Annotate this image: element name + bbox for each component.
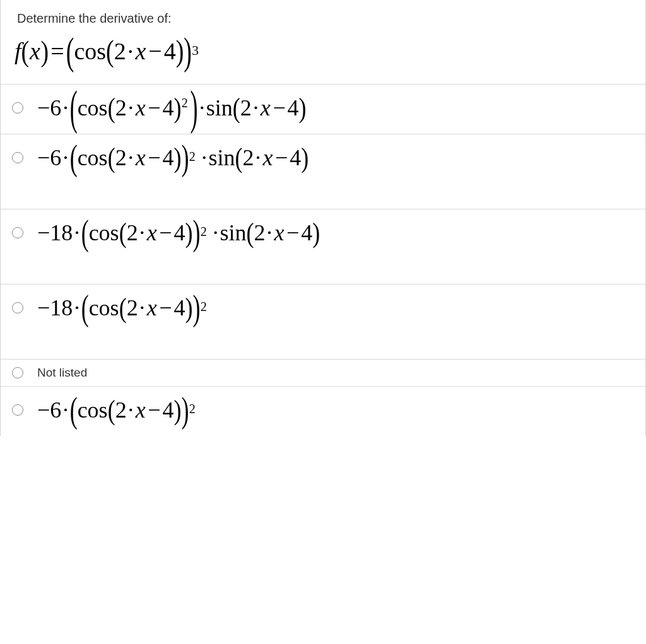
option-3-content: −18 · ( cos ( 2 · x − 4 ) ) 2	[33, 220, 634, 271]
const-4: 4	[164, 37, 176, 65]
option-row-6[interactable]: −6 · ( cos ( 2 · x − 4 ) ) 2	[1, 386, 645, 436]
question-prompt: Determine the derivative of:	[1, 0, 645, 31]
question-function: f ( x ) = ( cos ( 2 · x − 4 ) )	[1, 31, 645, 84]
question-card: Determine the derivative of: f ( x ) = (…	[0, 0, 646, 436]
option-row-3[interactable]: −18 · ( cos ( 2 · x − 4 ) ) 2	[1, 209, 645, 284]
option-row-2[interactable]: −6 · ( cos ( 2 · x − 4 ) ) 2	[1, 134, 645, 209]
option-row-4[interactable]: −18 · ( cos ( 2 · x − 4 ) ) 2	[1, 284, 645, 359]
radio-icon[interactable]	[12, 367, 23, 378]
option-5-content: Not listed	[33, 366, 634, 380]
radio-icon[interactable]	[12, 152, 23, 163]
option-row-5[interactable]: Not listed	[1, 359, 645, 386]
option-4-content: −18 · ( cos ( 2 · x − 4 ) ) 2	[33, 295, 634, 346]
radio-icon[interactable]	[12, 227, 23, 238]
equals-sign: =	[50, 37, 64, 65]
option-1-content: −6 · ( cos ( 2 · x − 4 ) 2	[33, 95, 634, 121]
cos-label: cos	[74, 37, 106, 65]
radio-icon[interactable]	[12, 102, 23, 114]
option-2-content: −6 · ( cos ( 2 · x − 4 ) ) 2	[33, 144, 634, 196]
fn-arg-x: x	[30, 37, 40, 65]
var-x: x	[136, 37, 146, 65]
radio-icon[interactable]	[12, 302, 23, 313]
option-row-1[interactable]: −6 · ( cos ( 2 · x − 4 ) 2	[1, 84, 645, 134]
fn-f: f	[15, 37, 21, 65]
exp-3: 3	[192, 43, 199, 59]
coef-2: 2	[114, 37, 126, 65]
radio-icon[interactable]	[12, 404, 23, 416]
option-6-content: −6 · ( cos ( 2 · x − 4 ) ) 2	[33, 397, 634, 423]
